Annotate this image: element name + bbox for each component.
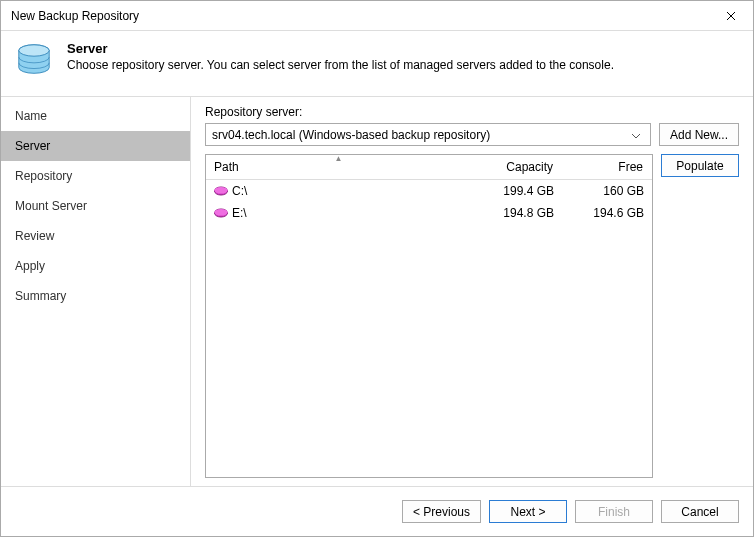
wizard-footer: < Previous Next > Finish Cancel bbox=[1, 486, 753, 536]
table-header: Path ▲ Capacity Free bbox=[206, 155, 652, 180]
cell-capacity: 194.8 GB bbox=[472, 204, 562, 222]
drive-icon bbox=[214, 186, 228, 196]
right-buttons: Populate bbox=[661, 154, 739, 478]
cell-path-text: C:\ bbox=[232, 184, 247, 198]
col-path-label: Path bbox=[214, 160, 239, 174]
populate-button[interactable]: Populate bbox=[661, 154, 739, 177]
window-title: New Backup Repository bbox=[11, 9, 709, 23]
step-repository[interactable]: Repository bbox=[1, 161, 190, 191]
svg-point-5 bbox=[215, 209, 228, 216]
col-path[interactable]: Path ▲ bbox=[206, 155, 472, 179]
close-icon bbox=[726, 11, 736, 21]
cell-path-text: E:\ bbox=[232, 206, 247, 220]
step-mount-server[interactable]: Mount Server bbox=[1, 191, 190, 221]
server-dropdown-value: srv04.tech.local (Windows-based backup r… bbox=[212, 128, 628, 142]
cell-path: E:\ bbox=[206, 204, 472, 222]
cell-path: C:\ bbox=[206, 182, 472, 200]
sort-asc-icon: ▲ bbox=[335, 154, 343, 163]
svg-point-3 bbox=[215, 187, 228, 194]
server-label: Repository server: bbox=[205, 105, 739, 119]
add-new-button[interactable]: Add New... bbox=[659, 123, 739, 146]
table-row[interactable]: E:\ 194.8 GB 194.6 GB bbox=[206, 202, 652, 224]
chevron-down-icon bbox=[628, 128, 644, 142]
col-capacity[interactable]: Capacity bbox=[472, 155, 562, 179]
col-free[interactable]: Free bbox=[562, 155, 652, 179]
cancel-button[interactable]: Cancel bbox=[661, 500, 739, 523]
svg-point-1 bbox=[19, 45, 49, 56]
server-row: srv04.tech.local (Windows-based backup r… bbox=[205, 123, 739, 146]
next-button[interactable]: Next > bbox=[489, 500, 567, 523]
drives-table: Path ▲ Capacity Free C:\ 199. bbox=[205, 154, 653, 478]
wizard-steps-sidebar: Name Server Repository Mount Server Revi… bbox=[1, 97, 191, 486]
main-panel: Repository server: srv04.tech.local (Win… bbox=[191, 97, 753, 486]
finish-button: Finish bbox=[575, 500, 653, 523]
step-server[interactable]: Server bbox=[1, 131, 190, 161]
server-dropdown[interactable]: srv04.tech.local (Windows-based backup r… bbox=[205, 123, 651, 146]
table-row[interactable]: C:\ 199.4 GB 160 GB bbox=[206, 180, 652, 202]
header-title: Server bbox=[67, 41, 614, 56]
cell-free: 160 GB bbox=[562, 182, 652, 200]
header-description: Choose repository server. You can select… bbox=[67, 58, 614, 72]
repository-icon bbox=[15, 41, 53, 82]
step-name[interactable]: Name bbox=[1, 101, 190, 131]
wizard-header: Server Choose repository server. You can… bbox=[1, 31, 753, 96]
cell-capacity: 199.4 GB bbox=[472, 182, 562, 200]
titlebar: New Backup Repository bbox=[1, 1, 753, 31]
wizard-body: Name Server Repository Mount Server Revi… bbox=[1, 96, 753, 486]
header-text: Server Choose repository server. You can… bbox=[67, 41, 614, 82]
cell-free: 194.6 GB bbox=[562, 204, 652, 222]
previous-button[interactable]: < Previous bbox=[402, 500, 481, 523]
close-button[interactable] bbox=[709, 1, 753, 30]
step-summary[interactable]: Summary bbox=[1, 281, 190, 311]
drives-row: Path ▲ Capacity Free C:\ 199. bbox=[205, 154, 739, 478]
drive-icon bbox=[214, 208, 228, 218]
step-apply[interactable]: Apply bbox=[1, 251, 190, 281]
step-review[interactable]: Review bbox=[1, 221, 190, 251]
table-body: C:\ 199.4 GB 160 GB E:\ 194.8 GB bbox=[206, 180, 652, 477]
